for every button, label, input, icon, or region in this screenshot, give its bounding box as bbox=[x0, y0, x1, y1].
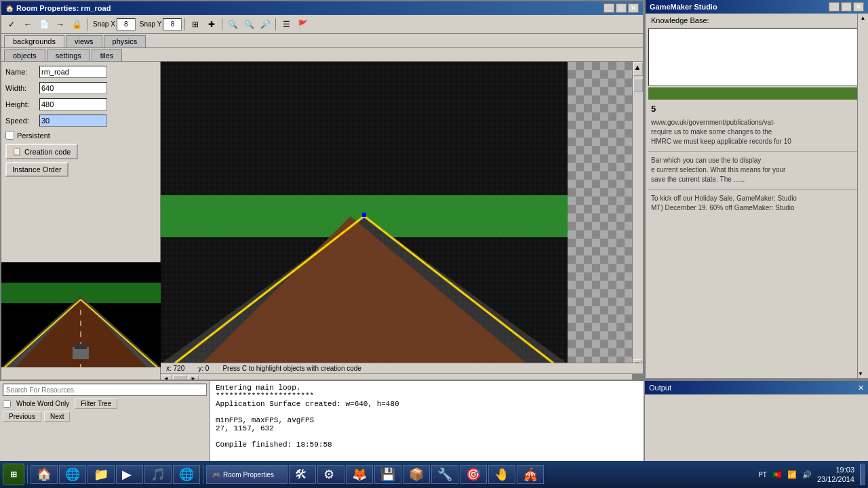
toolbar: ✓ ← 📄 → 🔒 Snap X Snap Y ⊞ ✚ 🔍 🔍 🔎 ☰ 🚩 bbox=[1, 15, 643, 34]
instance-order-button[interactable]: Instance Order bbox=[5, 162, 68, 177]
tab-settings[interactable]: settings bbox=[47, 49, 90, 61]
zoom-out-icon[interactable]: 🔍 bbox=[241, 17, 256, 32]
kb-close[interactable]: ✕ bbox=[853, 2, 864, 12]
taskbar-item-4[interactable]: 🎵 bbox=[144, 465, 172, 484]
separator bbox=[87, 18, 87, 30]
snapx-input[interactable] bbox=[117, 18, 136, 30]
knowledge-base-panel: GameMaker Studio _ □ ✕ Knowledge Base: 5… bbox=[644, 0, 868, 380]
separator2 bbox=[184, 18, 185, 30]
vertical-scrollbar[interactable]: ▲ ▼ bbox=[632, 62, 643, 373]
creation-code-button[interactable]: 📋 Creation code bbox=[5, 144, 78, 159]
kb-text1: www.gov.uk/government/publications/vat-r… bbox=[646, 117, 868, 148]
persistent-checkbox[interactable] bbox=[5, 131, 14, 140]
clock: 19:03 23/12/2014 bbox=[817, 465, 854, 485]
taskbar-item-11[interactable]: 🔧 bbox=[431, 465, 458, 484]
kb-title-bar: GameMaker Studio _ □ ✕ bbox=[646, 0, 868, 14]
taskbar-item-7[interactable]: ⚙ bbox=[317, 465, 344, 484]
kb-maximize[interactable]: □ bbox=[841, 2, 852, 12]
taskbar-item-8[interactable]: 🦊 bbox=[346, 465, 373, 484]
taskbar-item-1[interactable]: 🌐 bbox=[59, 465, 86, 484]
taskbar-item-2[interactable]: 📁 bbox=[87, 465, 115, 484]
tab-objects[interactable]: objects bbox=[4, 49, 45, 61]
content-area: Name: Width: Height: Speed: Persistent 📋 bbox=[1, 62, 643, 384]
minimize-button[interactable]: _ bbox=[604, 3, 614, 13]
back-icon[interactable]: ← bbox=[20, 17, 35, 32]
check-icon[interactable]: ✓ bbox=[4, 17, 19, 32]
volume-icon: 🔊 bbox=[802, 470, 812, 479]
resource-search[interactable] bbox=[3, 384, 207, 396]
taskbar-item-13[interactable]: 🤚 bbox=[488, 465, 515, 484]
gm-icon: 🎮 bbox=[212, 471, 220, 479]
taskbar-item-5[interactable]: 🌐 bbox=[173, 465, 200, 484]
start-button[interactable]: ⊞ bbox=[3, 464, 24, 485]
room-canvas[interactable] bbox=[161, 62, 632, 373]
snapy-input[interactable] bbox=[163, 18, 182, 30]
name-label: Name: bbox=[5, 68, 39, 76]
taskbar-sep bbox=[27, 465, 28, 484]
bottom-right-title: Output bbox=[649, 384, 671, 392]
search-options: Whole Word Only Filter Tree bbox=[3, 399, 207, 409]
persistent-label: Persistent bbox=[17, 131, 50, 140]
kb-label-row: Knowledge Base: bbox=[646, 14, 868, 27]
signal-icon: 📶 bbox=[787, 470, 797, 479]
taskbar-item-3[interactable]: ▶ bbox=[116, 465, 143, 484]
kb-scrollbar[interactable]: ▲ ▼ bbox=[857, 14, 868, 378]
taskbar-item-9[interactable]: 💾 bbox=[374, 465, 401, 484]
new-icon[interactable]: 📄 bbox=[37, 17, 52, 32]
next-button[interactable]: Next bbox=[44, 411, 71, 422]
maximize-button[interactable]: □ bbox=[616, 3, 627, 13]
zoom-in-icon[interactable]: 🔎 bbox=[258, 17, 273, 32]
kb-input-area[interactable] bbox=[648, 28, 865, 86]
status-bar: x: 720 y: 0 Press C to highlight objects… bbox=[161, 363, 643, 373]
name-row: Name: bbox=[5, 66, 156, 78]
canvas-area[interactable]: ▲ ▼ ◄ ► x: 720 y: 0 Press C to highlight… bbox=[161, 62, 643, 384]
show-desktop-btn[interactable] bbox=[860, 464, 865, 485]
speed-label: Speed: bbox=[5, 117, 39, 125]
tab-backgrounds[interactable]: backgrounds bbox=[4, 35, 64, 47]
kb-minimize[interactable]: _ bbox=[829, 2, 840, 12]
bottom-close-btn[interactable]: ✕ bbox=[858, 384, 864, 392]
forward-icon[interactable]: → bbox=[53, 17, 68, 32]
date: 23/12/2014 bbox=[817, 474, 854, 484]
filter-tree-button[interactable]: Filter Tree bbox=[75, 399, 117, 409]
system-tray: PT 🇵🇹 📶 🔊 19:03 23/12/2014 bbox=[758, 464, 865, 485]
height-input[interactable] bbox=[39, 98, 107, 110]
kb-text3: To kick off our Holiday Sale, GameMaker:… bbox=[646, 191, 868, 216]
taskbar-item-0[interactable]: 🏠 bbox=[31, 465, 58, 484]
time: 19:03 bbox=[817, 465, 854, 474]
x-coord: x: 720 bbox=[166, 365, 184, 372]
tab-tiles[interactable]: tiles bbox=[92, 49, 123, 61]
tab-views[interactable]: views bbox=[66, 35, 102, 47]
width-input[interactable] bbox=[39, 82, 107, 94]
cross-icon[interactable]: ✚ bbox=[204, 17, 219, 32]
kb-divider2 bbox=[648, 189, 865, 190]
taskbar-item-10[interactable]: 📦 bbox=[403, 465, 430, 484]
whole-word-label: Whole Word Only bbox=[16, 400, 69, 407]
taskbar-item-6[interactable]: 🛠 bbox=[289, 465, 316, 484]
taskbar-gamemaker[interactable]: 🎮 Room Properties bbox=[206, 465, 288, 484]
tray-lang: PT bbox=[758, 471, 767, 479]
tab-physics[interactable]: physics bbox=[104, 35, 146, 47]
previous-button[interactable]: Previous bbox=[3, 411, 41, 422]
height-row: Height: bbox=[5, 98, 156, 110]
persistent-row: Persistent bbox=[5, 131, 156, 140]
close-button[interactable]: ✕ bbox=[628, 3, 639, 13]
speed-input[interactable] bbox=[39, 115, 107, 127]
grid-icon[interactable]: ⊞ bbox=[188, 17, 203, 32]
separator3 bbox=[222, 18, 222, 30]
flag-icon[interactable]: 🚩 bbox=[295, 17, 310, 32]
name-input[interactable] bbox=[39, 66, 107, 78]
taskbar-item-12[interactable]: 🎯 bbox=[460, 465, 487, 484]
lock-icon[interactable]: 🔒 bbox=[69, 17, 84, 32]
taskbar-sep2 bbox=[203, 465, 203, 484]
preview-canvas bbox=[1, 262, 161, 367]
left-panel: Name: Width: Height: Speed: Persistent 📋 bbox=[1, 62, 161, 384]
kb-number: 5 bbox=[646, 101, 868, 117]
taskbar: ⊞ 🏠 🌐 📁 ▶ 🎵 🌐 🎮 Room Properties 🛠 ⚙ 🦊 💾 … bbox=[0, 461, 868, 488]
kb-green-bar bbox=[648, 87, 865, 100]
taskbar-item-14[interactable]: 🎪 bbox=[517, 465, 544, 484]
search-icon[interactable]: 🔍 bbox=[225, 17, 240, 32]
whole-word-checkbox[interactable] bbox=[3, 400, 11, 408]
list-icon[interactable]: ☰ bbox=[279, 17, 294, 32]
room-properties-window: 🏠 Room Properties: rm_road _ □ ✕ ✓ ← 📄 →… bbox=[0, 0, 644, 380]
